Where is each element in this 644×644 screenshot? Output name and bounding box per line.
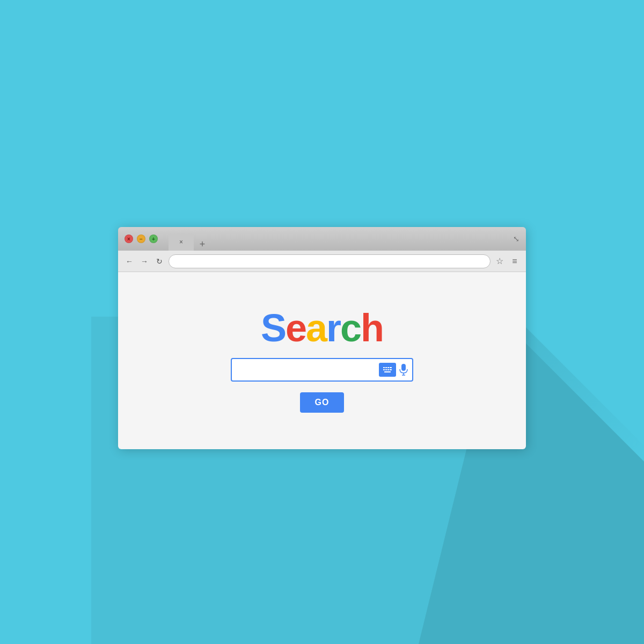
tab-close-icon[interactable]: × <box>179 238 183 246</box>
title-bar-actions: ⤡ <box>513 235 519 243</box>
address-bar[interactable] <box>169 254 491 268</box>
search-logo: Search <box>261 309 383 347</box>
logo-r: r <box>326 306 340 349</box>
browser-content: Search <box>118 272 526 449</box>
logo-h: h <box>361 306 383 349</box>
close-window-button[interactable]: × <box>125 235 133 243</box>
logo-c: c <box>340 306 361 349</box>
maximize-window-button[interactable]: + <box>149 235 158 243</box>
window-buttons: × − + <box>125 235 158 243</box>
back-button[interactable]: ← <box>123 255 135 267</box>
logo-a: a <box>306 306 326 349</box>
tab-bar: × + <box>169 227 209 251</box>
search-input-row <box>231 358 413 382</box>
svg-rect-5 <box>385 367 387 368</box>
svg-rect-10 <box>387 369 389 370</box>
menu-icon[interactable]: ≡ <box>509 255 521 267</box>
logo-e: e <box>286 306 306 349</box>
svg-rect-11 <box>390 369 392 370</box>
forward-button[interactable]: → <box>138 255 150 267</box>
svg-rect-12 <box>384 371 391 372</box>
expand-icon[interactable]: ⤡ <box>513 235 519 243</box>
logo-s: S <box>261 306 286 349</box>
title-bar: × − + × + ⤡ <box>118 227 526 251</box>
svg-rect-8 <box>383 369 385 370</box>
go-button[interactable]: GO <box>300 392 345 413</box>
keyboard-icon[interactable] <box>379 363 396 377</box>
browser-window: × − + × + ⤡ ← → ↻ <box>118 227 526 449</box>
svg-rect-13 <box>401 364 406 371</box>
minimize-window-button[interactable]: − <box>137 235 145 243</box>
svg-rect-4 <box>383 367 385 368</box>
bookmark-icon[interactable]: ☆ <box>494 255 506 267</box>
navigation-bar: ← → ↻ ☆ ≡ <box>118 251 526 272</box>
search-input[interactable] <box>236 365 376 375</box>
svg-rect-9 <box>385 369 387 370</box>
browser-tab[interactable]: × <box>169 233 194 251</box>
svg-rect-7 <box>390 367 392 368</box>
svg-rect-6 <box>387 367 389 368</box>
reload-button[interactable]: ↻ <box>153 255 165 267</box>
new-tab-button[interactable]: + <box>196 238 209 251</box>
microphone-icon[interactable] <box>399 364 408 376</box>
nav-bar-right: ☆ ≡ <box>494 255 521 267</box>
